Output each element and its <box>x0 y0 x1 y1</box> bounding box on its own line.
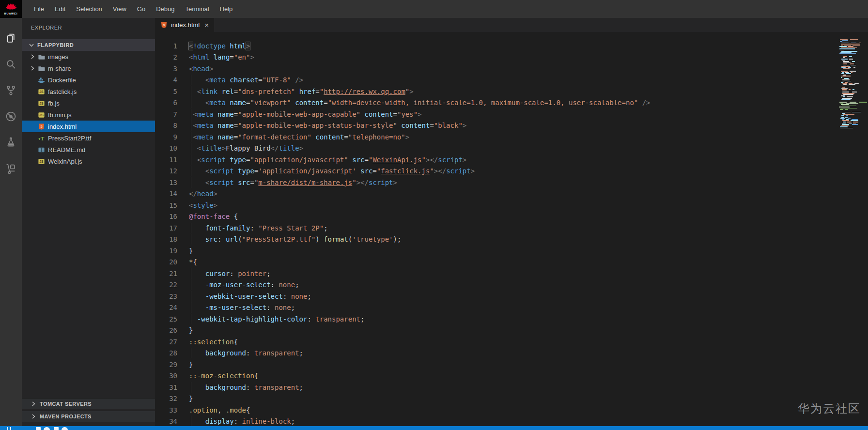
code-line-15[interactable]: 15<style> <box>155 200 868 211</box>
code-line-21[interactable]: 21 cursor: pointer; <box>155 268 868 279</box>
file-item-readme-md[interactable]: README.md <box>22 144 155 155</box>
code-line-22[interactable]: 22 -moz-user-select: none; <box>155 279 868 291</box>
token: < <box>193 122 197 129</box>
token: html <box>193 53 209 61</box>
minimap-row <box>838 108 867 109</box>
token <box>356 167 360 175</box>
section-tomcat-servers[interactable]: TOMCAT SERVERS <box>22 398 155 409</box>
code-text: .option, .mode{ <box>189 406 250 414</box>
code-line-7[interactable]: 7 <meta name="apple-mobile-web-app-capab… <box>155 108 868 120</box>
code-line-29[interactable]: 29} <box>155 359 868 370</box>
code-line-34[interactable]: 34 display: inline-block; <box>155 416 868 427</box>
svg-text:т: т <box>38 136 40 140</box>
code-line-8[interactable]: 8 <meta name="apple-mobile-web-app-statu… <box>155 120 868 132</box>
code-line-9[interactable]: 9 <meta name="format-detection" content=… <box>155 131 868 143</box>
explorer-files-icon[interactable] <box>0 25 22 51</box>
code-line-33[interactable]: 33.option, .mode{ <box>155 404 868 416</box>
code-line-2[interactable]: 2<html lang="en"> <box>155 52 868 63</box>
menu-item-debug[interactable]: Debug <box>151 3 180 15</box>
menu-item-edit[interactable]: Edit <box>49 3 71 15</box>
plugin-market-icon[interactable] <box>0 155 22 182</box>
minimap-mark <box>841 51 857 52</box>
code-line-26[interactable]: 26} <box>155 325 868 337</box>
file-item-fb-js[interactable]: JSfb.js <box>22 97 155 109</box>
file-item-images[interactable]: images <box>22 51 155 62</box>
file-item-fastclick-js[interactable]: JSfastclick.js <box>22 86 155 97</box>
code-line-4[interactable]: 4 <meta charset="UTF-8" /> <box>155 75 868 86</box>
token: </ <box>189 190 197 198</box>
file-item-pressstart2p-ttf[interactable]: тTPressStart2P.ttf <box>22 132 155 144</box>
minimap-mark <box>841 44 860 45</box>
code-text: ::-moz-selection{ <box>189 372 258 380</box>
minimap-mark <box>842 106 856 107</box>
status-item-fragment <box>44 427 50 430</box>
code-line-18[interactable]: 18 src: url("PressStart2P.ttf") format('… <box>155 234 868 246</box>
code-line-30[interactable]: 30::-moz-selection{ <box>155 370 868 382</box>
code-line-5[interactable]: 5 <link rel="dns-prefetch" href="http://… <box>155 86 868 97</box>
debug-disabled-icon[interactable] <box>0 103 22 129</box>
project-section-header[interactable]: FLAPPYBIRD <box>22 39 155 51</box>
code-line-17[interactable]: 17 font-family: "Press Start 2P"; <box>155 222 868 234</box>
menu-item-help[interactable]: Help <box>215 3 238 15</box>
file-item-dockerfile[interactable]: Dockerfile <box>22 74 155 86</box>
code-line-6[interactable]: 6 <meta name="viewport" content="width=d… <box>155 97 868 109</box>
token: fastclick.js <box>381 167 430 175</box>
search-icon[interactable] <box>0 51 22 77</box>
minimap[interactable] <box>838 39 867 130</box>
minimap-mark <box>849 83 852 84</box>
code-line-13[interactable]: 13 <script src="m-share/dist/m-share.js"… <box>155 177 868 188</box>
code-editor[interactable]: 1<!doctype html>2<html lang="en">3<head>… <box>155 32 868 426</box>
code-line-11[interactable]: 11 <script type="application/javascript"… <box>155 154 868 166</box>
code-line-10[interactable]: 10 <title>Flappy Bird</title> <box>155 143 868 154</box>
minimap-row <box>838 40 867 41</box>
code-line-19[interactable]: 19} <box>155 245 868 257</box>
minimap-mark <box>842 113 845 114</box>
file-label: fb.min.js <box>48 111 71 119</box>
file-item-m-share[interactable]: m-share <box>22 62 155 74</box>
code-text: -moz-user-select: none; <box>189 281 299 289</box>
token: < <box>205 76 209 84</box>
source-control-icon[interactable] <box>0 77 22 103</box>
code-line-25[interactable]: 25 -webkit-tap-highlight-color: transpar… <box>155 313 868 325</box>
minimap-row <box>838 91 867 92</box>
minimap-row <box>838 50 867 51</box>
code-line-32[interactable]: 32} <box>155 393 868 405</box>
code-line-31[interactable]: 31 background: transparent; <box>155 382 868 393</box>
code-line-16[interactable]: 16@font-face { <box>155 211 868 223</box>
minimap-mark <box>859 102 867 103</box>
close-icon[interactable]: × <box>204 21 209 29</box>
menu-item-go[interactable]: Go <box>132 3 151 15</box>
code-line-3[interactable]: 3<head> <box>155 63 868 75</box>
menu-item-file[interactable]: File <box>29 3 49 15</box>
token: > <box>434 167 438 175</box>
test-flask-icon[interactable] <box>0 129 22 155</box>
menu-item-view[interactable]: View <box>108 3 132 15</box>
minimap-mark <box>854 83 859 84</box>
minimap-mark <box>840 108 857 109</box>
token: ; <box>324 224 327 232</box>
menu-item-terminal[interactable]: Terminal <box>180 3 214 15</box>
file-item-weixinapi-js[interactable]: JSWeixinApi.js <box>22 155 155 167</box>
code-line-1[interactable]: 1<!doctype html> <box>155 40 868 52</box>
code-line-27[interactable]: 27::selection{ <box>155 336 868 348</box>
minimap-mark <box>841 115 844 116</box>
code-line-20[interactable]: 20*{ <box>155 257 868 268</box>
code-text: *{ <box>189 258 197 266</box>
menu-item-selection[interactable]: Selection <box>71 3 107 15</box>
code-line-23[interactable]: 23 -webkit-user-select: none; <box>155 291 868 302</box>
code-line-24[interactable]: 24 -ms-user-select: none; <box>155 302 868 314</box>
minimap-row <box>838 104 867 105</box>
minimap-mark <box>844 45 851 46</box>
minimap-mark <box>846 73 851 74</box>
status-bar[interactable] <box>0 426 868 430</box>
tab-index-html[interactable]: 5 index.html × <box>155 18 214 32</box>
code-line-12[interactable]: 12 <script type='application/javascript'… <box>155 166 868 177</box>
code-line-28[interactable]: 28 background: transparent; <box>155 348 868 359</box>
minimap-mark <box>839 48 855 49</box>
section-maven-projects[interactable]: MAVEN PROJECTS <box>22 411 155 422</box>
chevron-down-icon <box>28 41 35 49</box>
token <box>348 156 352 164</box>
code-line-14[interactable]: 14</head> <box>155 188 868 200</box>
file-item-index-html[interactable]: 5index.html <box>22 121 155 132</box>
file-item-fb-min-js[interactable]: JSfb.min.js <box>22 109 155 121</box>
